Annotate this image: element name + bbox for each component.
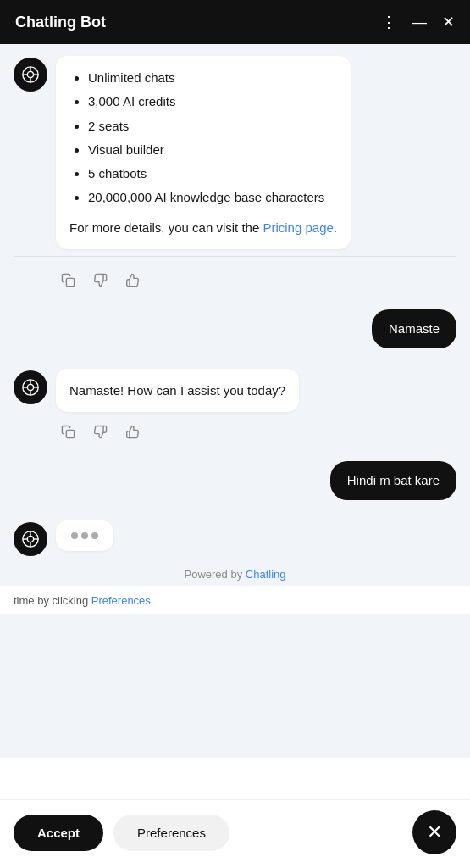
app-title: Chatling Bot (15, 14, 106, 31)
user-message-1: Namaste (0, 301, 470, 357)
bot-message-2: Namaste! How can I assist you today? (0, 357, 470, 415)
title-bar-actions: ⋮ — ✕ (381, 13, 455, 31)
preferences-link[interactable]: Preferences (91, 594, 151, 607)
bot-avatar-icon-2 (21, 378, 40, 397)
title-bar: Chatling Bot ⋮ — ✕ (0, 0, 470, 44)
feature-item-6: 20,000,000 AI knowledge base characters (88, 187, 337, 207)
message-actions-2 (0, 415, 470, 453)
dot-3 (91, 532, 98, 539)
svg-rect-6 (66, 279, 74, 287)
svg-rect-13 (66, 431, 74, 438)
feature-item-1: Unlimited chats (88, 68, 337, 87)
typing-dots (71, 532, 98, 539)
bot-typing (0, 509, 470, 559)
accept-button[interactable]: Accept (14, 815, 103, 851)
cookie-notice: time by clicking Preferences. (0, 586, 470, 615)
powered-by-link[interactable]: Chatling (246, 568, 286, 581)
thumbup-icon-2[interactable] (120, 420, 144, 444)
close-x-icon: ✕ (427, 821, 442, 843)
bot-avatar-3 (14, 522, 47, 556)
bot-message-features: Unlimited chats 3,000 AI credits 2 seats… (0, 44, 470, 253)
user-message-2: Hindi m bat kare (0, 453, 470, 509)
feature-item-3: 2 seats (88, 116, 337, 136)
user-bubble-1: Namaste (372, 309, 456, 348)
bot-avatar (14, 58, 47, 92)
copy-icon[interactable] (56, 269, 80, 292)
features-bubble: Unlimited chats 3,000 AI credits 2 seats… (56, 56, 351, 249)
menu-icon[interactable]: ⋮ (381, 13, 396, 31)
typing-indicator (56, 520, 113, 551)
feature-item-5: 5 chatbots (88, 164, 337, 183)
bot-avatar-icon-3 (21, 530, 40, 548)
svg-point-15 (27, 536, 33, 542)
pricing-link[interactable]: Pricing page (263, 220, 333, 235)
dot-1 (71, 532, 78, 539)
feature-item-2: 3,000 AI credits (88, 92, 337, 111)
powered-by: Powered by Chatling (0, 559, 470, 586)
dot-2 (81, 532, 88, 539)
bot-bubble-2: Namaste! How can I assist you today? (56, 369, 299, 412)
thumbdown-icon-2[interactable] (88, 420, 112, 444)
feature-item-4: Visual builder (88, 140, 337, 159)
svg-point-8 (27, 384, 33, 390)
thumbup-icon[interactable] (120, 269, 144, 292)
thumbdown-icon[interactable] (88, 269, 112, 292)
minimize-icon[interactable]: — (412, 14, 427, 31)
message-divider-1 (14, 256, 456, 257)
close-button[interactable]: ✕ (412, 810, 456, 854)
chat-area: Unlimited chats 3,000 AI credits 2 seats… (0, 44, 470, 758)
features-list: Unlimited chats 3,000 AI credits 2 seats… (69, 68, 337, 208)
preferences-button[interactable]: Preferences (113, 815, 229, 851)
copy-icon-2[interactable] (56, 420, 80, 444)
svg-point-1 (27, 71, 33, 77)
pricing-text: For more details, you can visit the Pric… (69, 218, 337, 237)
bottom-bar: Accept Preferences ✕ (0, 799, 470, 868)
window-close-icon[interactable]: ✕ (442, 13, 455, 31)
bot-avatar-2 (14, 370, 47, 404)
bot-avatar-icon (21, 65, 40, 84)
message-actions-1 (0, 264, 470, 301)
user-bubble-2: Hindi m bat kare (330, 461, 456, 500)
